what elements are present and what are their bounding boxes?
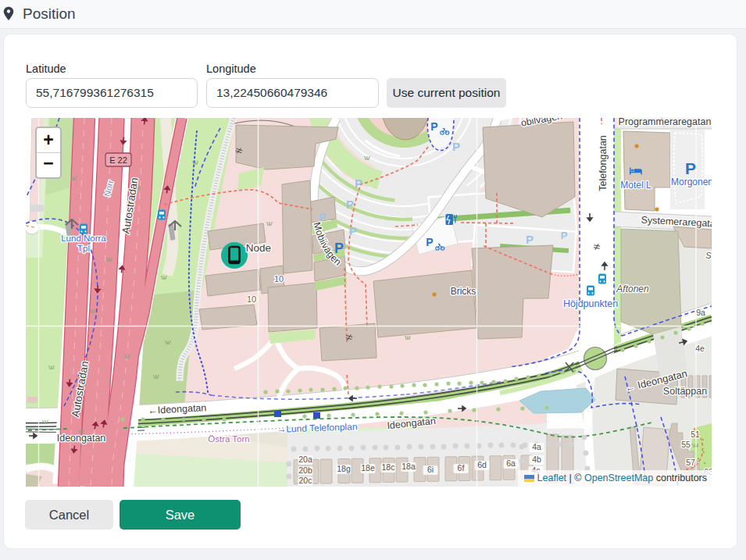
svg-text:P: P: [526, 233, 534, 246]
svg-text:P: P: [561, 230, 568, 241]
svg-text:20a: 20a: [298, 455, 312, 464]
svg-text:18g: 18g: [337, 464, 351, 473]
svg-text:Östra Torn: Östra Torn: [208, 434, 249, 444]
svg-text:P: P: [349, 224, 357, 237]
svg-text:10: 10: [274, 274, 284, 284]
svg-text:18e: 18e: [361, 463, 375, 473]
svg-text:Aftonen: Aftonen: [616, 284, 649, 294]
svg-text:6f: 6f: [458, 463, 465, 473]
svg-text:P: P: [346, 198, 354, 211]
svg-text:18c: 18c: [382, 462, 395, 472]
svg-text:P: P: [426, 236, 433, 248]
svg-text:9a: 9a: [696, 308, 705, 317]
svg-text:Lund Norra: Lund Norra: [61, 234, 106, 243]
svg-text:Höjdpunkten: Höjdpunkten: [563, 298, 618, 309]
svg-text:P: P: [685, 159, 696, 177]
svg-text:20b: 20b: [298, 465, 312, 475]
svg-text:4a: 4a: [532, 442, 541, 451]
svg-text:Ideongatan: Ideongatan: [57, 433, 106, 444]
svg-text:6d: 6d: [477, 460, 487, 469]
svg-text:S: S: [705, 251, 712, 260]
svg-text:51: 51: [691, 430, 700, 439]
svg-text:4b: 4b: [532, 455, 541, 464]
svg-text:4e: 4e: [695, 344, 705, 353]
svg-text:Programmeraregatan: Programmeraregatan: [619, 118, 712, 127]
svg-text:Tpl: Tpl: [77, 244, 90, 253]
svg-text:P: P: [355, 177, 362, 190]
svg-text:P: P: [430, 120, 437, 133]
svg-text:18a: 18a: [402, 462, 416, 471]
svg-text:Bricks: Bricks: [451, 286, 477, 297]
svg-text:20c: 20c: [299, 476, 312, 485]
svg-text:Soltäppan: Soltäppan: [663, 386, 707, 397]
svg-text:10: 10: [247, 294, 256, 304]
svg-text:57: 57: [686, 458, 695, 467]
svg-text:6a: 6a: [506, 458, 516, 468]
svg-text:Telefongatan: Telefongatan: [598, 135, 609, 191]
svg-text:55: 55: [681, 440, 691, 449]
svg-text:P: P: [452, 140, 460, 153]
svg-text:Morgonen: Morgonen: [671, 177, 712, 187]
svg-text:Motel L: Motel L: [620, 180, 651, 191]
svg-text:E 22: E 22: [109, 155, 127, 165]
svg-text:Node: Node: [246, 242, 271, 254]
svg-text:6i: 6i: [427, 465, 434, 474]
